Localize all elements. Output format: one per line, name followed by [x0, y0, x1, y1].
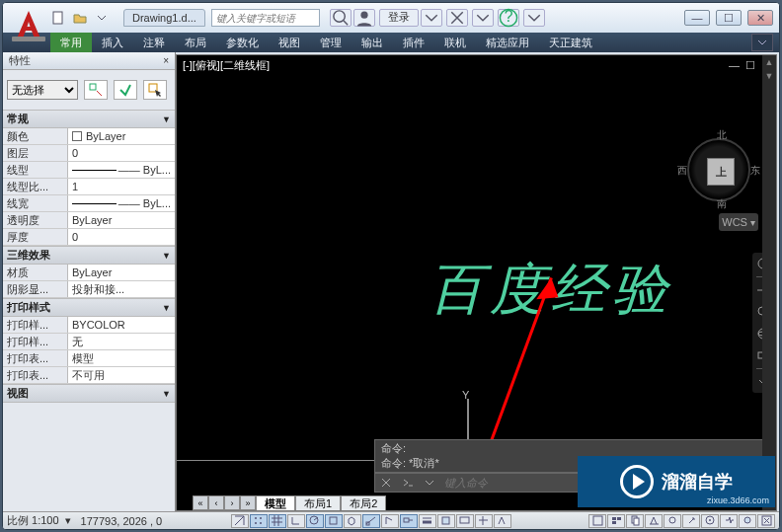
vertical-scrollbar[interactable]: ▲▼: [762, 55, 776, 510]
property-value[interactable]: ByLayer: [68, 265, 175, 280]
property-group-header[interactable]: 打印样式▼: [3, 298, 175, 317]
property-row[interactable]: 线型比...1: [3, 179, 175, 195]
viewcube-east[interactable]: 东: [750, 164, 760, 178]
quickselect-icon[interactable]: [84, 80, 108, 100]
otrack-icon[interactable]: [362, 514, 380, 528]
quickview-drawings-icon[interactable]: [626, 514, 644, 528]
property-row[interactable]: 图层0: [3, 145, 175, 162]
annoscale-icon[interactable]: [645, 514, 663, 528]
property-value[interactable]: 模型: [68, 350, 175, 366]
login-button[interactable]: 登录: [379, 9, 419, 27]
viewcube-north[interactable]: 北: [717, 128, 727, 142]
ribbon-tab[interactable]: 参数化: [216, 33, 269, 52]
maximize-button[interactable]: ☐: [716, 10, 742, 26]
tab-nav-prev-icon[interactable]: ‹: [208, 495, 224, 510]
document-tab[interactable]: Drawing1.d...: [123, 9, 205, 27]
search-icon[interactable]: [330, 9, 352, 27]
property-value[interactable]: —— ByL...: [68, 162, 175, 178]
tab-nav-first-icon[interactable]: «: [193, 495, 208, 510]
snap-icon[interactable]: [250, 514, 268, 528]
property-row[interactable]: 打印样...无: [3, 334, 175, 350]
ribbon-tab[interactable]: 注释: [133, 33, 175, 52]
viewcube[interactable]: 上 北 南 西 东: [679, 130, 758, 209]
property-row[interactable]: 颜色ByLayer: [3, 128, 175, 145]
scale-label[interactable]: 比例 1:100: [7, 513, 59, 528]
minimize-button[interactable]: —: [684, 10, 710, 26]
property-row[interactable]: 打印表...不可用: [3, 367, 175, 384]
ribbon-tab[interactable]: 插件: [393, 33, 434, 52]
cleanscreen-icon[interactable]: [757, 514, 775, 528]
ribbon-tab[interactable]: 常用: [50, 33, 92, 52]
isolate-icon[interactable]: [739, 514, 756, 528]
osnap-icon[interactable]: [325, 514, 343, 528]
viewcube-face[interactable]: 上: [707, 158, 735, 186]
am-icon[interactable]: [494, 514, 511, 528]
property-value[interactable]: 0: [68, 145, 175, 161]
viewcube-south[interactable]: 南: [717, 197, 727, 211]
ribbon-tab[interactable]: 视图: [269, 33, 310, 52]
vp-maximize-icon[interactable]: ☐: [745, 59, 755, 72]
3dosnap-icon[interactable]: [344, 514, 361, 528]
property-group-header[interactable]: 常规▼: [3, 110, 175, 128]
tpy-icon[interactable]: [437, 514, 455, 528]
modelspace-icon[interactable]: [588, 514, 606, 528]
vp-minimize-icon[interactable]: —: [729, 59, 740, 72]
user-icon[interactable]: [353, 9, 375, 27]
quickview-layouts-icon[interactable]: [607, 514, 625, 528]
layout-tab[interactable]: 布局2: [341, 495, 386, 510]
ducs-icon[interactable]: [381, 514, 399, 528]
property-value[interactable]: 1: [68, 179, 175, 194]
viewcube-west[interactable]: 西: [677, 164, 687, 178]
ribbon-tab[interactable]: 联机: [434, 33, 476, 52]
property-row[interactable]: 阴影显...投射和接...: [3, 281, 175, 298]
property-value[interactable]: 无: [68, 334, 175, 349]
sc-icon[interactable]: [475, 514, 493, 528]
chevron-down-icon[interactable]: [421, 9, 442, 27]
exchange-icon[interactable]: [446, 9, 468, 27]
search-input[interactable]: [211, 9, 320, 27]
ribbon-more-icon[interactable]: [751, 34, 773, 51]
ribbon-tab[interactable]: 布局: [175, 33, 216, 52]
property-value[interactable]: —— ByL...: [68, 195, 175, 211]
property-group-header[interactable]: 视图▼: [3, 384, 175, 403]
qp-icon[interactable]: [456, 514, 474, 528]
annoauto-icon[interactable]: [682, 514, 700, 528]
property-value[interactable]: 0: [68, 229, 175, 245]
close-icon[interactable]: [377, 475, 395, 491]
ribbon-tab[interactable]: 插入: [92, 33, 133, 52]
layout-tab[interactable]: 布局1: [295, 495, 341, 510]
property-row[interactable]: 材质ByLayer: [3, 265, 175, 281]
chevron-down-icon[interactable]: [472, 9, 494, 27]
selection-dropdown[interactable]: 无选择: [7, 80, 78, 100]
ribbon-tab[interactable]: 精选应用: [476, 33, 539, 52]
grid-icon[interactable]: [269, 514, 286, 528]
chevron-down-icon[interactable]: [523, 9, 545, 27]
property-row[interactable]: 线宽—— ByL...: [3, 195, 175, 212]
property-value[interactable]: ByLayer: [68, 212, 175, 228]
help-icon[interactable]: ?: [498, 9, 519, 27]
property-group-header[interactable]: 三维效果▼: [3, 246, 175, 265]
property-value[interactable]: 投射和接...: [68, 281, 175, 297]
tab-nav-next-icon[interactable]: ›: [224, 495, 240, 510]
ribbon-tab[interactable]: 天正建筑: [539, 33, 602, 52]
hardware-accel-icon[interactable]: [720, 514, 738, 528]
polar-icon[interactable]: [306, 514, 324, 528]
property-row[interactable]: 线型—— ByL...: [3, 162, 175, 179]
property-value[interactable]: 不可用: [68, 367, 175, 383]
property-row[interactable]: 透明度ByLayer: [3, 212, 175, 229]
lwt-icon[interactable]: [419, 514, 436, 528]
close-button[interactable]: ✕: [747, 10, 773, 26]
chevron-down-icon[interactable]: [421, 475, 438, 491]
property-value[interactable]: BYCOLOR: [68, 317, 175, 333]
property-row[interactable]: 打印表...模型: [3, 350, 175, 367]
ortho-icon[interactable]: [287, 514, 305, 528]
property-row[interactable]: 打印样...BYCOLOR: [3, 317, 175, 334]
property-row[interactable]: 厚度0: [3, 229, 175, 246]
tab-nav-last-icon[interactable]: »: [240, 495, 256, 510]
drawing-viewport[interactable]: [-][俯视][二维线框] — ☐ ✕ 上 北 南 西 东 WCS ▾: [176, 54, 777, 511]
app-menu-button[interactable]: [9, 5, 48, 44]
ribbon-tab[interactable]: 管理: [310, 33, 352, 52]
ws-icon[interactable]: [701, 514, 719, 528]
selectobjects-icon[interactable]: [143, 80, 167, 100]
infer-constraints-icon[interactable]: [231, 514, 249, 528]
